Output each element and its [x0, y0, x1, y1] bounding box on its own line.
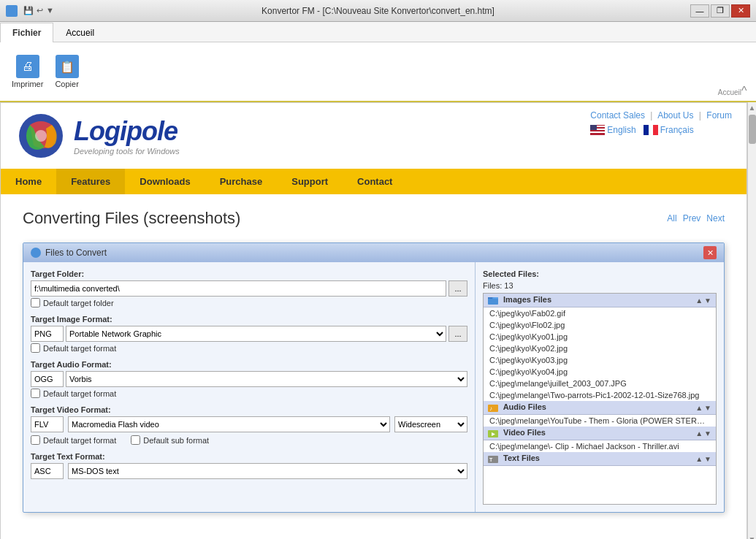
- svg-rect-7: [590, 131, 605, 133]
- video-group-label: Video Files: [488, 428, 546, 438]
- images-scroll: ▲ ▼: [695, 297, 711, 305]
- quick-menu[interactable]: ▼: [46, 6, 54, 15]
- nav-features[interactable]: Features: [56, 169, 125, 194]
- pagination-prev[interactable]: Prev: [683, 213, 701, 223]
- nav-contact[interactable]: Contact: [343, 169, 407, 194]
- images-scroll-down[interactable]: ▼: [704, 297, 711, 305]
- scroll-thumb[interactable]: [749, 115, 756, 144]
- selected-files-title: Selected Files:: [483, 270, 717, 278]
- quick-save[interactable]: 💾: [23, 6, 34, 15]
- ribbon-collapse[interactable]: ^: [741, 85, 750, 98]
- target-folder-group: Target Folder: ... Default target folder: [31, 270, 467, 307]
- logo-tagline: Developing tools for Windows: [74, 147, 180, 156]
- site-header: Logipole Developing tools for Windows Co…: [1, 103, 747, 169]
- dialog-title-text: Files to Convert: [45, 248, 107, 258]
- maximize-button[interactable]: ❐: [711, 4, 730, 18]
- file-item[interactable]: C:\jpeg\kyo\Fab02.gif: [484, 307, 716, 319]
- file-item[interactable]: C:\jpeg\melange\juillet_2003_007.JPG: [484, 378, 716, 389]
- file-item[interactable]: C:\jpeg\kyo\Flo02.jpg: [484, 319, 716, 331]
- window-controls: — ❐ ✕: [690, 4, 750, 18]
- audio-format-select[interactable]: Vorbis: [66, 371, 467, 387]
- text-scroll: ▲ ▼: [695, 455, 711, 463]
- file-item[interactable]: C:\jpeg\kyo\Kyo01.jpg: [484, 331, 716, 343]
- ribbon-btn-copy[interactable]: 📋 Copier: [49, 52, 84, 91]
- svg-rect-8: [590, 133, 605, 134]
- scroll-down-arrow[interactable]: ▼: [747, 534, 756, 539]
- app-icon: [6, 5, 18, 17]
- nav-downloads[interactable]: Downloads: [125, 169, 205, 194]
- video-group-header: Video Files ▲ ▼: [484, 427, 716, 440]
- nav-purchase[interactable]: Purchase: [205, 169, 278, 194]
- audio-group-label: ♪ Audio Files: [488, 402, 546, 413]
- video-scroll-up[interactable]: ▲: [695, 429, 703, 437]
- about-us-link[interactable]: About Us: [657, 110, 693, 121]
- lang-selector: English Français: [590, 125, 732, 135]
- ribbon-tab-fichier[interactable]: Fichier: [0, 23, 53, 42]
- nav-support[interactable]: Support: [277, 169, 343, 194]
- ribbon-tabs: Fichier Accueil: [0, 22, 756, 42]
- sep1: |: [650, 110, 652, 121]
- forum-link[interactable]: Forum: [706, 110, 732, 121]
- file-item[interactable]: C:\jpeg\kyo\Kyo02.jpg: [484, 343, 716, 354]
- file-list[interactable]: Images Files ▲ ▼ C:\jpeg\kyo\Fab02.gif C…: [483, 293, 717, 505]
- default-audio-checkbox[interactable]: [31, 389, 40, 398]
- video-scroll-down[interactable]: ▼: [704, 429, 711, 437]
- file-item[interactable]: C:\jpeg\kyo\Kyo04.jpg: [484, 366, 716, 378]
- default-image-checkbox[interactable]: [31, 343, 40, 353]
- default-sub-checkbox[interactable]: [131, 435, 140, 445]
- browse-button[interactable]: ...: [448, 280, 467, 297]
- audio-folder-icon: ♪: [488, 402, 498, 413]
- nav-home[interactable]: Home: [1, 169, 56, 194]
- file-item[interactable]: C:\jpeg\kyo\Kyo03.jpg: [484, 354, 716, 366]
- file-item[interactable]: C:\jpeg\melange\- Clip - Michael Jackson…: [484, 440, 716, 452]
- video-format-group: Target Video Format: FLV Macromedia Flas…: [31, 405, 467, 445]
- site-logo: Logipole Developing tools for Windows: [15, 110, 180, 161]
- target-folder-input[interactable]: [31, 280, 446, 297]
- image-format-select[interactable]: Portable Network Graphic: [66, 326, 446, 342]
- ribbon-btn-print[interactable]: 🖨 Imprimer: [6, 52, 49, 91]
- file-item[interactable]: C:\jpeg\melange\YouTube - Them - Gloria …: [484, 415, 716, 427]
- quick-undo[interactable]: ↩: [37, 6, 43, 15]
- logo-name: Logipole: [74, 116, 180, 147]
- images-scroll-up[interactable]: ▲: [695, 297, 703, 305]
- pagination-all[interactable]: All: [667, 213, 676, 223]
- contact-sales-link[interactable]: Contact Sales: [590, 110, 645, 121]
- audio-scroll-up[interactable]: ▲: [695, 404, 703, 412]
- lang-english[interactable]: English: [590, 125, 635, 135]
- default-folder-checkbox[interactable]: [31, 298, 40, 307]
- video-format-select[interactable]: Macromedia Flash video: [68, 416, 390, 432]
- page-content: Converting Files (screenshots) All Prev …: [1, 194, 747, 539]
- audio-scroll-down[interactable]: ▼: [704, 404, 711, 412]
- default-video-checkbox[interactable]: [31, 435, 40, 445]
- video-sub-select[interactable]: Widescreen: [394, 416, 467, 432]
- close-button[interactable]: ✕: [731, 4, 750, 18]
- scroll-up-arrow[interactable]: ▲: [747, 102, 756, 113]
- title-bar: 💾 ↩ ▼ Konvertor FM - [C:\Nouveau Site Ko…: [0, 0, 756, 22]
- dialog-right-panel: Selected Files: Files: 13: [476, 262, 724, 512]
- audio-scroll: ▲ ▼: [695, 404, 711, 412]
- english-label: English: [607, 125, 635, 135]
- text-folder-icon: T: [488, 454, 498, 464]
- minimize-button[interactable]: —: [690, 4, 709, 18]
- pagination-next[interactable]: Next: [706, 213, 725, 223]
- default-image-label: Default target format: [43, 344, 116, 353]
- target-folder-label: Target Folder:: [31, 270, 467, 278]
- lang-french[interactable]: Français: [644, 125, 694, 135]
- text-format-row: ASC MS-DOS text: [31, 463, 467, 479]
- audio-format-row: OGG Vorbis: [31, 371, 467, 387]
- dialog-close-button[interactable]: ✕: [703, 246, 717, 259]
- text-scroll-up[interactable]: ▲: [695, 455, 703, 463]
- dialog-title-left: Files to Convert: [31, 248, 107, 258]
- target-folder-row: ...: [31, 280, 467, 297]
- text-scroll-down[interactable]: ▼: [704, 455, 711, 463]
- ribbon-tab-accueil[interactable]: Accueil: [53, 23, 107, 42]
- file-item[interactable]: C:\jpeg\melange\Two-parrots-Pic1-2002-12…: [484, 389, 716, 401]
- print-icon: 🖨: [16, 55, 39, 78]
- page-title: Converting Files (screenshots): [23, 209, 240, 228]
- right-scrollbar[interactable]: ▲ ▼: [747, 102, 756, 539]
- text-format-select[interactable]: MS-DOS text: [68, 463, 467, 479]
- ribbon-content: 🖨 Imprimer 📋 Copier Accueil ^: [0, 42, 756, 101]
- dialog-left-panel: Target Folder: ... Default target folder: [23, 262, 476, 512]
- image-format-browse[interactable]: ...: [448, 326, 467, 342]
- svg-rect-12: [653, 125, 658, 135]
